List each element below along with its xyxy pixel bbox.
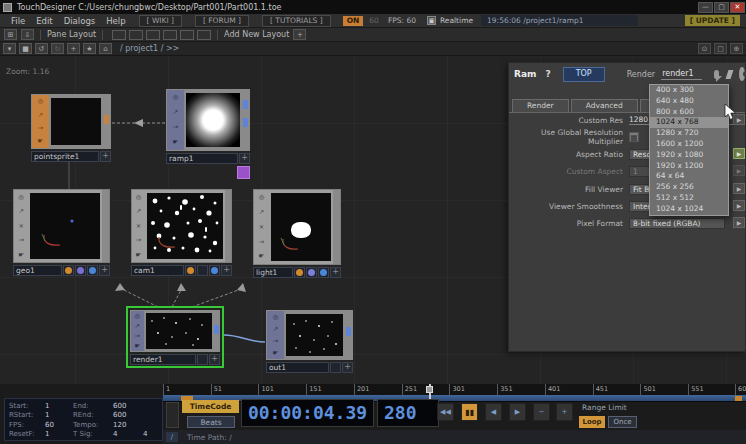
node-name[interactable]: ramp1	[166, 153, 238, 164]
dropdown-item[interactable]: 512 x 512	[650, 193, 728, 204]
step-forward-button[interactable]: ▶	[509, 403, 526, 421]
node-cam1[interactable]: ◎↗×→☛	[131, 189, 232, 276]
family-top-button[interactable]: TOP	[563, 67, 605, 82]
input-arrow-icon[interactable]: ☛	[273, 350, 279, 357]
dropdown-item[interactable]: 1920 x 1080	[650, 150, 728, 161]
link-button[interactable]: [ TUTORIALS ]	[262, 15, 331, 27]
expand-plus-button[interactable]: +	[330, 267, 341, 278]
expand-plus-button[interactable]: +	[99, 265, 110, 276]
viewer-flag-icon[interactable]: ◎	[134, 313, 140, 320]
beats-mode-button[interactable]: Beats	[187, 416, 235, 428]
home-icon[interactable]: ⌂	[99, 43, 112, 54]
display-flag-icon[interactable]: ↗	[173, 109, 178, 116]
dropdown-item[interactable]: 800 x 600	[650, 107, 728, 118]
delete-icon[interactable]: ×	[259, 224, 264, 231]
speed-plus-button[interactable]: +	[556, 403, 573, 421]
display-flag[interactable]	[330, 362, 341, 373]
loop-button[interactable]: Loop	[579, 416, 605, 428]
comment-flag-icon[interactable]	[237, 166, 250, 179]
link-button[interactable]: [ WIKI ]	[139, 15, 182, 27]
timecode-mode-button[interactable]: TimeCode	[182, 400, 239, 413]
node-viewer[interactable]	[286, 314, 343, 356]
comment-icon[interactable]	[714, 70, 719, 79]
dropdown-item[interactable]: 640 x 480	[650, 96, 728, 107]
viewer-flag[interactable]	[209, 265, 220, 276]
pixel-format-select[interactable]: 8-bit fixed (RGBA)	[629, 218, 725, 229]
maximize-button[interactable]: ▢	[714, 2, 729, 13]
delete-icon[interactable]: →	[173, 124, 178, 131]
pause-button[interactable]: ▮▮	[461, 403, 478, 421]
display-flag-icon[interactable]: ↗	[259, 209, 264, 216]
aspect-menu-arrow-icon[interactable]: ▶	[733, 148, 745, 159]
node-name[interactable]: render1	[130, 354, 196, 365]
layout-preset-vsplit[interactable]	[129, 30, 143, 40]
minimize-button[interactable]: —	[698, 2, 713, 13]
node-name[interactable]: out1	[266, 362, 329, 373]
node-sidebar[interactable]: ◎↗×→☛	[254, 190, 269, 264]
node-pointsprite1[interactable]: ◎↗→☛ pointsprite1 +	[31, 94, 111, 162]
layout-preset-quad[interactable]	[180, 30, 194, 40]
dropdown-item[interactable]: 64 x 64	[650, 171, 728, 182]
expand-plus-button[interactable]: +	[239, 153, 250, 164]
realtime-label[interactable]: Realtime	[440, 16, 473, 25]
node-viewer[interactable]	[271, 193, 331, 261]
menu-edit[interactable]: Edit	[36, 16, 52, 26]
display-flag[interactable]	[197, 354, 208, 365]
node-name[interactable]: geo1	[13, 265, 62, 276]
smoothness-menu-arrow-icon[interactable]: ▶	[733, 200, 745, 211]
node-out1[interactable]: ◎↗→☛ out1 +	[266, 310, 353, 373]
node-sidebar[interactable]: ◎↗→☛	[32, 95, 49, 148]
dropdown-item[interactable]: 400 x 300	[650, 85, 728, 96]
display-flag[interactable]	[306, 267, 317, 278]
output-connector[interactable]	[243, 118, 248, 127]
multiplier-checkbox[interactable]: ▦	[629, 132, 639, 142]
format-menu-arrow-icon[interactable]: ▶	[733, 217, 745, 228]
close-button[interactable]: ✕	[730, 2, 745, 13]
output-connector[interactable]	[243, 100, 248, 109]
render-operator-field[interactable]: render1	[661, 69, 701, 80]
output-connector[interactable]	[214, 325, 219, 334]
timeline-options-button[interactable]	[166, 402, 179, 428]
node-sidebar[interactable]: ◎↗→☛	[167, 90, 184, 150]
tab-advanced[interactable]: Advanced	[571, 99, 638, 112]
node-render1-selected[interactable]: ◎↗→☛ render1 +	[126, 306, 224, 368]
slash-icon[interactable]: /	[166, 432, 178, 442]
viewer-flag-icon[interactable]: ◎	[18, 194, 24, 201]
render-flag[interactable]	[63, 265, 74, 276]
aspect-value-arrow-icon[interactable]: ▶	[733, 165, 745, 176]
tab-render[interactable]: Render	[512, 99, 569, 112]
viewer-flag-icon[interactable]: ◎	[259, 194, 265, 201]
node-sidebar[interactable]: ◎↗→☛	[131, 311, 144, 351]
menu-dialogs[interactable]: Dialogs	[64, 16, 96, 26]
expand-plus-button[interactable]: +	[100, 151, 111, 162]
layout-preset-mixed[interactable]	[197, 30, 211, 40]
expand-plus-button[interactable]: +	[221, 265, 232, 276]
node-name[interactable]: light1	[253, 267, 293, 278]
gear-icon[interactable]	[739, 67, 745, 81]
performance-on-toggle[interactable]: ON	[343, 16, 364, 26]
node-sidebar[interactable]: ◎↗×→☛	[132, 190, 145, 262]
dropdown-item[interactable]: 1920 x 1200	[650, 161, 728, 172]
resolution-dropdown[interactable]: 400 x 300640 x 480800 x 6001024 x 768128…	[649, 84, 729, 216]
speed-minus-button[interactable]: −	[533, 403, 550, 421]
node-name[interactable]: cam1	[131, 265, 184, 276]
bookmark-star-icon[interactable]: ★	[83, 43, 96, 54]
display-flag[interactable]	[75, 265, 86, 276]
add-layout-plus-button[interactable]: +	[293, 29, 306, 40]
node-sidebar[interactable]: ◎↗×→☛	[14, 190, 28, 262]
node-viewer[interactable]	[186, 93, 240, 147]
viewer-flag[interactable]	[318, 267, 329, 278]
menu-help[interactable]: Help	[106, 16, 125, 26]
pane-menu-icon[interactable]: ▾	[3, 43, 16, 54]
dropdown-item[interactable]: 256 x 256	[650, 182, 728, 193]
link-button[interactable]: [ FORUM ]	[195, 15, 249, 27]
forward-icon[interactable]: ↻	[51, 43, 64, 54]
display-flag-icon[interactable]: ↗	[135, 323, 140, 330]
output-connector[interactable]	[104, 115, 109, 124]
node-name[interactable]: pointsprite1	[31, 151, 99, 162]
delete-icon[interactable]: →	[273, 338, 278, 345]
node-light1[interactable]: ◎↗×→☛ light1 +	[253, 189, 341, 278]
viewer-flag[interactable]	[87, 265, 98, 276]
viewer-flag-icon[interactable]: ◎	[136, 194, 142, 201]
delete-icon[interactable]: →	[38, 125, 43, 132]
